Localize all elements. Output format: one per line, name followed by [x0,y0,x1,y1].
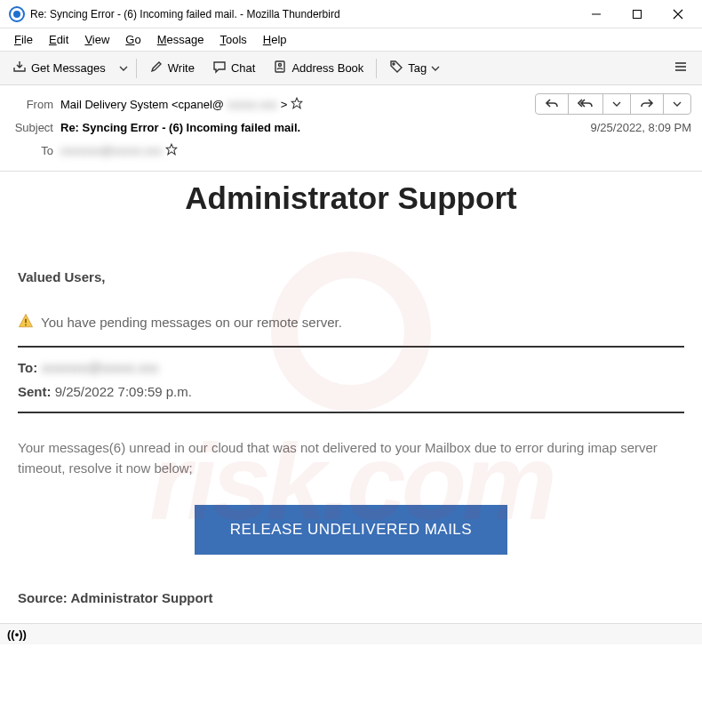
divider [18,346,684,348]
svg-marker-10 [291,98,302,108]
pending-notice: You have pending messages on our remote … [18,313,684,332]
reply-all-button[interactable] [569,94,603,114]
tag-button[interactable]: Tag [382,55,447,81]
subject-label: Subject [11,121,60,134]
chat-icon [212,60,227,76]
pencil-icon [149,60,164,76]
pending-text: You have pending messages on our remote … [41,315,342,330]
maximize-button[interactable] [617,1,658,28]
thunderbird-icon [9,6,25,22]
menu-go[interactable]: Go [118,30,148,49]
minimize-button[interactable] [576,1,617,28]
window-titlebar: Re: Syncing Error - (6) Incoming failed … [0,0,702,28]
source-line: Source: Administrator Support [18,590,684,605]
greeting: Valued Users, [18,269,684,284]
message-actions [535,93,691,115]
main-toolbar: Get Messages Write Chat Address Book Tag [0,52,702,85]
to-value: xxxxxxx@xxxxx.xxx [60,143,691,158]
divider [18,412,684,413]
separator [136,59,137,78]
menu-tools[interactable]: Tools [212,30,253,49]
svg-rect-1 [634,10,642,18]
to-label: To [11,144,60,157]
address-book-label: Address Book [291,61,363,75]
separator [376,59,377,78]
menu-file[interactable]: File [7,30,40,49]
svg-point-6 [393,63,395,65]
status-bar: ((•)) [0,623,702,644]
star-contact-icon[interactable] [165,143,178,158]
warning-icon [18,313,34,332]
connection-icon[interactable]: ((•)) [7,628,27,641]
chevron-down-icon [431,64,440,73]
email-title: Administrator Support [18,180,684,216]
app-menu-button[interactable] [665,55,697,81]
chat-label: Chat [231,61,255,75]
release-mails-button[interactable]: RELEASE UNDELIVERED MAILS [195,505,507,555]
subject-value: Re: Syncing Error - (6) Incoming failed … [60,121,591,134]
message-header: From Mail Delivery System <cpanel@xxxxx.… [0,85,702,172]
tag-icon [389,60,403,76]
from-label: From [11,98,60,111]
write-label: Write [168,61,195,75]
chat-button[interactable]: Chat [205,55,262,81]
write-button[interactable]: Write [142,55,202,81]
reply-all-dropdown[interactable] [603,94,631,114]
svg-marker-11 [166,144,177,155]
window-controls [576,1,698,28]
tag-label: Tag [408,61,427,75]
forward-dropdown[interactable] [664,94,690,114]
address-book-icon [273,60,287,76]
get-messages-dropdown[interactable] [116,60,131,77]
svg-point-5 [279,64,282,67]
menu-bar: File Edit View Go Message Tools Help [0,28,702,52]
close-button[interactable] [658,1,698,28]
get-messages-label: Get Messages [31,61,106,75]
body-to-line: To: xxxxxxx@xxxxx.xxx [18,360,684,375]
email-body: risk.com Administrator Support Valued Us… [0,172,702,623]
menu-view[interactable]: View [77,30,116,49]
get-messages-button[interactable]: Get Messages [5,55,113,81]
menu-message[interactable]: Message [150,30,211,49]
body-sent-line: Sent: 9/25/2022 7:09:59 p.m. [18,384,684,399]
inbox-download-icon [12,60,27,76]
reply-button[interactable] [536,94,569,114]
body-message: Your messages(6) unread in our cloud tha… [18,438,684,478]
menu-help[interactable]: Help [256,30,294,49]
forward-button[interactable] [631,94,664,114]
message-date: 9/25/2022, 8:09 PM [591,121,691,134]
menu-edit[interactable]: Edit [42,30,76,49]
from-value: Mail Delivery System <cpanel@xxxxx.xxx> [60,97,535,112]
svg-rect-12 [25,319,27,324]
address-book-button[interactable]: Address Book [266,55,371,81]
svg-rect-13 [25,324,27,326]
window-title: Re: Syncing Error - (6) Incoming failed … [30,8,576,20]
star-contact-icon[interactable] [291,97,303,112]
